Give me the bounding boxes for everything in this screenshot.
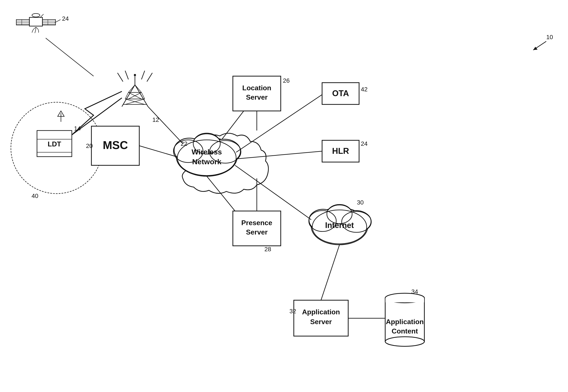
application-server-number: 32 [289,308,296,315]
wireless-network-label-2: Network [192,157,221,166]
zone-number: 40 [31,193,38,199]
svg-rect-66 [385,298,424,302]
hlr-number: 24 [361,140,368,147]
ldt-label: LDT [48,140,61,148]
internet-number: 30 [357,199,364,206]
internet-label: Internet [325,221,354,230]
wireless-network-number: 22 [181,140,187,147]
location-server-label-2: Server [246,93,268,101]
svg-point-36 [134,74,136,76]
ota-label: OTA [332,89,349,98]
msc-number: 20 [86,142,93,149]
ota-number: 42 [361,86,368,93]
application-server-label-2: Server [310,318,332,326]
network-diagram: 10 24 [0,0,568,392]
location-server-number: 26 [283,77,290,84]
hlr-label: HLR [332,146,349,155]
ref-number-10: 10 [546,34,553,41]
svg-rect-0 [0,0,568,392]
location-server-label-1: Location [242,84,271,92]
application-content-label-2: Content [392,327,418,335]
presence-server-number: 28 [264,246,271,252]
application-content-label-1: Application [386,318,424,326]
presence-server-label-1: Presence [241,219,272,227]
svg-point-65 [385,337,424,346]
satellite-number: 24 [62,15,69,22]
msc-label: MSC [103,139,128,151]
application-content-number: 34 [411,288,418,295]
wireless-network-label-1: Wireless [192,148,222,156]
presence-server-label-2: Server [246,228,268,236]
application-server-label-1: Application [302,308,340,316]
